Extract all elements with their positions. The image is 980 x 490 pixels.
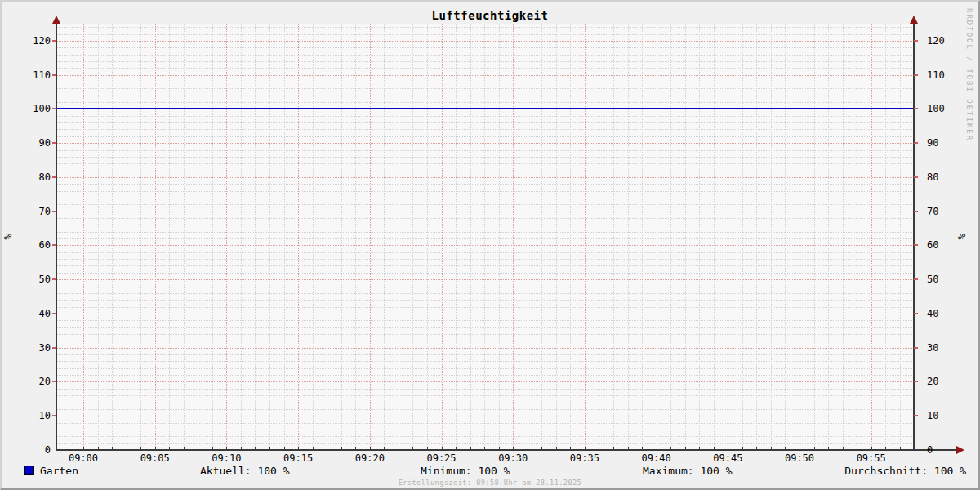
x-minor-tick [327,447,327,449]
y-major-tick-right [914,313,918,314]
legend-row: Garten Aktuell: 100 % Minimum: 100 % Max… [2,464,978,477]
y-major-tick-left [52,40,56,42]
x-minor-tick [585,447,586,449]
x-minor-tick [843,447,844,449]
minor-gridline-v [112,24,113,450]
x-tick-label: 09:20 [345,453,394,464]
x-minor-tick [355,447,356,449]
minor-gridline-v [742,24,743,450]
y-tick-label-left: 80 [16,172,51,183]
x-minor-tick [528,447,528,449]
major-gridline-v [728,24,728,450]
x-minor-tick [642,447,643,449]
minor-gridline-v [528,24,528,450]
major-gridline-h [56,348,914,349]
y-tick-label-right: 80 [927,172,961,183]
x-minor-tick [226,447,227,449]
x-minor-tick [714,447,715,449]
x-minor-tick [871,447,872,449]
x-minor-tick [155,447,156,449]
minor-gridline-v [427,24,428,450]
y-tick-label-right: 60 [927,239,961,251]
x-minor-tick [69,447,69,449]
minor-gridline-v [885,24,886,450]
x-tick-label: 09:50 [775,453,824,464]
minor-gridline-v [327,24,327,450]
minor-gridline-v [785,24,786,450]
minor-gridline-v [699,24,700,450]
x-tick-label: 09:35 [560,453,609,464]
x-minor-tick [857,447,858,449]
minor-gridline-v [412,24,413,450]
series-color-swatch [24,466,34,475]
x-minor-tick [728,447,728,449]
y-major-tick-right [914,211,918,212]
minor-gridline-v [541,24,542,450]
major-gridline-v [800,24,800,450]
minor-gridline-v [355,24,356,450]
y-major-tick-left [52,211,56,212]
minor-gridline-v [843,24,844,450]
y-tick-label-left: 40 [16,308,51,319]
y-major-tick-left [52,313,56,314]
major-gridline-h [56,212,914,212]
minor-gridline-v [270,24,270,450]
x-minor-tick [470,447,471,449]
major-gridline-h [56,314,914,314]
minor-gridline-v [628,24,629,450]
x-minor-tick [255,447,256,449]
y-major-tick-right [914,415,918,416]
minor-gridline-v [599,24,599,450]
stat-maximum: Maximum: 100 % [643,465,733,477]
y-axis-left [56,20,57,451]
minor-gridline-v [255,24,256,450]
chart-title: Luftfeuchtigkeit [2,9,978,22]
minor-gridline-v [570,24,571,450]
major-gridline-v [513,24,514,450]
x-minor-tick [513,447,514,449]
minor-gridline-v [313,24,314,450]
y-tick-label-left: 100 [16,103,51,114]
minor-gridline-v [556,24,557,450]
x-minor-tick [140,447,141,449]
x-tick-label: 09:05 [131,453,180,464]
x-minor-tick [198,447,198,449]
x-minor-tick [384,447,385,449]
minor-gridline-v [198,24,198,450]
x-tick-label: 09:25 [417,453,466,464]
stat-aktuell: Aktuell: 100 % [200,465,290,477]
y-axis-right [913,20,915,451]
x-minor-tick [83,447,84,449]
minor-gridline-v [241,24,242,450]
x-minor-tick [412,447,413,449]
major-gridline-h [56,245,914,246]
x-minor-tick [341,447,342,449]
y-tick-label-left: 120 [16,35,51,47]
x-minor-tick [657,447,657,449]
x-minor-tick [800,447,800,449]
x-minor-tick [456,447,457,449]
minor-gridline-v [284,24,285,450]
x-minor-tick [127,447,127,449]
x-tick-label: 09:55 [847,453,896,464]
x-minor-tick [742,447,743,449]
major-gridline-v [657,24,657,450]
y-major-tick-right [914,381,918,382]
y-major-tick-left [52,74,56,76]
x-minor-tick [112,447,113,449]
y-major-tick-right [914,347,918,349]
rrdtool-graph: Luftfeuchtigkeit 00101020203030404050506… [0,0,980,490]
x-minor-tick [699,447,700,449]
y-major-tick-right [914,176,918,178]
x-minor-tick [771,447,772,449]
minor-gridline-v [184,24,185,450]
y-major-tick-right [914,142,918,144]
minor-gridline-v [714,24,715,450]
x-minor-tick [556,447,557,449]
y-tick-label-right: 110 [927,69,961,81]
creation-timestamp: Erstellungszeit: 09:58 Uhr am 28.11.2025 [2,479,978,487]
x-minor-tick [756,447,757,449]
y-major-tick-right [914,40,918,42]
major-gridline-v [226,24,227,450]
minor-gridline-v [857,24,858,450]
